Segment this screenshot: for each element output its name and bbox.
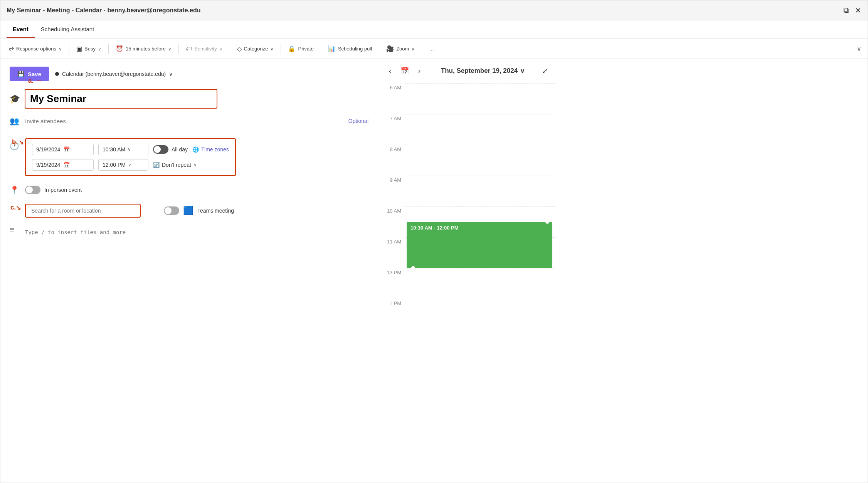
reminder-button[interactable]: ⏰ 15 minutes before ∨ <box>112 43 175 55</box>
time-column: 6 AM 7 AM 8 AM 9 AM 10 AM 11 AM 12 PM 1 … <box>378 83 405 483</box>
all-day-toggle[interactable] <box>153 145 168 154</box>
cal-today-button[interactable]: 📅 <box>397 65 412 77</box>
attendees-icon: 👥 <box>10 116 20 126</box>
calendar-chevron: ∨ <box>169 71 173 77</box>
optional-link[interactable]: Optional <box>348 118 368 124</box>
toolbar: ⇄ Response options ∨ ▣ Busy ∨ ⏰ 15 minut… <box>0 39 868 59</box>
teams-label: Teams meeting <box>197 208 234 214</box>
in-person-label: In-person event <box>44 187 82 193</box>
calendar-icon: 📅 <box>63 146 70 153</box>
teams-toggle[interactable] <box>164 206 179 215</box>
cal-next-button[interactable]: › <box>415 65 424 77</box>
left-panel: 💾 Save Calendar (benny.beaver@oregonstat… <box>0 59 378 483</box>
annotation-a: a. → <box>28 77 42 85</box>
toolbar-expand-icon[interactable]: ∨ <box>855 44 863 54</box>
calendar-date-title[interactable]: Thu, September 19, 2024 ∨ <box>441 67 525 75</box>
all-day-toggle-row: All day <box>153 145 188 154</box>
close-button[interactable]: ✕ <box>855 6 861 15</box>
events-column: 10:30 AM - 12:00 PM <box>405 83 555 483</box>
time-slot-7am: 7 AM <box>378 114 405 145</box>
restore-button[interactable]: ⧉ <box>843 6 849 15</box>
repeat-selector[interactable]: 🔄 Don't repeat ∨ <box>153 162 197 168</box>
separator-8 <box>422 44 422 54</box>
sensitivity-icon: 🏷 <box>186 45 192 52</box>
end-date-picker[interactable]: 9/19/2024 📅 <box>32 159 94 171</box>
tab-event[interactable]: Event <box>7 21 35 38</box>
time-slot-10am: 10 AM <box>378 206 405 237</box>
scheduling-poll-button[interactable]: 📊 Scheduling poll <box>324 43 376 55</box>
in-person-toggle[interactable] <box>25 186 40 194</box>
event-bottom-dot <box>411 266 415 270</box>
more-button[interactable]: … <box>425 44 438 54</box>
zoom-button[interactable]: 🎥 Zoom ∨ <box>382 43 419 55</box>
calendar-expand-button[interactable]: ⤢ <box>542 67 548 75</box>
nav-tabs: Event Scheduling Assistant <box>0 20 868 39</box>
time-slot-6am: 6 AM <box>378 83 405 114</box>
grid-9am <box>405 176 555 206</box>
attendees-row: 👥 Optional <box>10 116 368 132</box>
annotation-a-arrow: → <box>35 77 42 85</box>
start-time-picker[interactable]: 10:30 AM ∨ <box>98 144 148 155</box>
end-time-picker[interactable]: 12:00 PM ∨ <box>98 159 148 171</box>
sensitivity-button[interactable]: 🏷 Sensitivity ∨ <box>182 43 227 55</box>
categorize-icon: ◇ <box>237 45 242 52</box>
cal-prev-button[interactable]: ‹ <box>386 65 394 77</box>
separator-1 <box>69 44 69 54</box>
end-time-chevron: ∨ <box>128 162 131 168</box>
calendar-event[interactable]: 10:30 AM - 12:00 PM <box>407 222 552 268</box>
annotation-c: c. ↘ <box>10 204 21 211</box>
datetime-container: b. ↘ 9/19/2024 📅 10:30 AM ∨ <box>25 138 236 176</box>
all-day-knob <box>154 146 161 153</box>
save-icon: 💾 <box>17 70 25 77</box>
event-icon: 🎓 <box>10 94 20 104</box>
calendar-body[interactable]: 6 AM 7 AM 8 AM 9 AM 10 AM 11 AM 12 PM 1 … <box>378 83 555 483</box>
start-datetime-row: 9/19/2024 📅 10:30 AM ∨ <box>32 144 229 155</box>
zoom-icon: 🎥 <box>386 45 394 52</box>
tab-scheduling-assistant[interactable]: Scheduling Assistant <box>35 21 100 38</box>
time-slot-8am: 8 AM <box>378 145 405 176</box>
private-button[interactable]: 🔒 Private <box>284 43 317 55</box>
main-content: 💾 Save Calendar (benny.beaver@oregonstat… <box>0 59 868 483</box>
time-slot-9am: 9 AM <box>378 176 405 206</box>
teams-icon: 🟦 <box>183 206 193 216</box>
sensitivity-chevron: ∨ <box>219 46 223 52</box>
calendar-end-icon: 📅 <box>63 162 70 168</box>
separator-4 <box>230 44 230 54</box>
calendar-selector[interactable]: Calendar (benny.beaver@oregonstate.edu) … <box>55 71 173 77</box>
cal-date-chevron: ∨ <box>520 67 525 75</box>
separator-5 <box>281 44 281 54</box>
grid-12pm <box>405 268 555 299</box>
in-person-toggle-row: In-person event <box>25 186 82 194</box>
calendar-header: ‹ 📅 › Thu, September 19, 2024 ∨ ⤢ <box>378 59 555 83</box>
separator-2 <box>108 44 109 54</box>
categorize-chevron: ∨ <box>270 46 274 52</box>
categorize-button[interactable]: ◇ Categorize ∨ <box>233 43 278 55</box>
event-top-dot <box>545 220 549 224</box>
attendees-input[interactable] <box>25 118 344 124</box>
response-options-chevron: ∨ <box>59 46 62 52</box>
description-row: ≡ <box>10 225 368 302</box>
response-options-button[interactable]: ⇄ Response options ∨ <box>5 43 66 55</box>
description-input[interactable] <box>25 225 368 302</box>
time-slot-12pm: 12 PM <box>378 268 405 299</box>
right-panel: ‹ 📅 › Thu, September 19, 2024 ∨ ⤢ 6 AM 7… <box>378 59 555 483</box>
repeat-chevron: ∨ <box>193 162 197 168</box>
grid-1pm <box>405 299 555 330</box>
location-input[interactable] <box>25 204 141 218</box>
private-icon: 🔒 <box>288 45 296 52</box>
calendar-nav: ‹ 📅 › <box>386 65 424 77</box>
zoom-chevron: ∨ <box>411 46 415 52</box>
busy-button[interactable]: ▣ Busy ∨ <box>72 43 105 55</box>
time-zones-link[interactable]: 🌐 Time zones <box>192 146 229 153</box>
teams-row: 🟦 Teams meeting <box>164 206 234 216</box>
response-options-icon: ⇄ <box>9 45 14 52</box>
busy-chevron: ∨ <box>98 46 101 52</box>
window-title: My Seminar - Meeting - Calendar - benny.… <box>7 7 200 14</box>
start-date-picker[interactable]: 9/19/2024 📅 <box>32 144 94 155</box>
scheduling-poll-icon: 📊 <box>328 45 336 52</box>
grid-7am <box>405 114 555 145</box>
app-window: My Seminar - Meeting - Calendar - benny.… <box>0 0 868 483</box>
all-day-label: All day <box>172 146 188 153</box>
annotation-b-arrow: ↘ <box>19 139 24 146</box>
event-title-input[interactable] <box>25 89 217 109</box>
